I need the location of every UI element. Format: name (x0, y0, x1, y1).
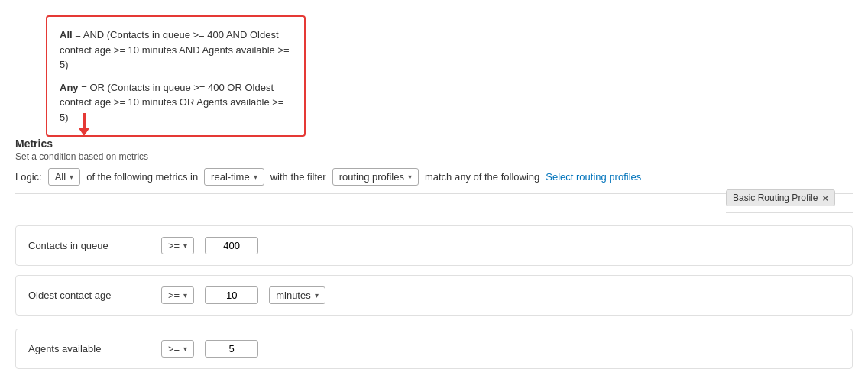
tooltip-line1: All = AND (Contacts in queue >= 400 AND … (60, 28, 292, 73)
routing-profiles-value: routing profiles (339, 171, 404, 183)
realtime-dropdown[interactable]: real-time ▾ (204, 168, 264, 186)
oldest-operator-value: >= (168, 290, 180, 301)
realtime-value: real-time (211, 171, 250, 183)
tooltip-line2: Any = OR (Contacts in queue >= 400 OR Ol… (60, 80, 292, 125)
tooltip-any-bold: Any (60, 82, 79, 93)
oldest-unit-arrow-icon: ▾ (315, 291, 319, 299)
red-arrow-indicator (79, 113, 89, 136)
tooltip-all-text: = AND (Contacts in queue >= 400 AND Olde… (60, 29, 290, 70)
metric-name-agents: Agents available (28, 343, 151, 354)
agents-operator-arrow-icon: ▾ (183, 345, 187, 353)
metric-row-oldest-contact-age: Oldest contact age >= ▾ minutes ▾ (15, 275, 853, 316)
agents-value-input[interactable] (205, 340, 258, 358)
oldest-operator-arrow-icon: ▾ (183, 291, 187, 299)
metrics-section: Metrics Set a condition based on metrics (15, 138, 148, 162)
contacts-operator-value: >= (168, 240, 180, 251)
contacts-value-input[interactable] (205, 237, 258, 254)
logic-label: Logic: (15, 171, 42, 183)
metric-name-oldest: Oldest contact age (28, 290, 151, 301)
of-the-following-text: of the following metrics in (86, 171, 198, 183)
routing-profiles-dropdown-arrow-icon: ▾ (408, 173, 412, 181)
arrow-head (79, 128, 89, 136)
oldest-value-input[interactable] (205, 286, 258, 304)
profile-tag-close-button[interactable]: × (822, 193, 828, 203)
tooltip-any-text: = OR (Contacts in queue >= 400 OR Oldest… (60, 82, 283, 123)
metrics-title: Metrics (15, 138, 148, 150)
contacts-operator-arrow-icon: ▾ (183, 241, 187, 250)
agents-operator-dropdown[interactable]: >= ▾ (161, 340, 194, 358)
oldest-unit-value: minutes (276, 290, 311, 301)
metric-row-contacts-in-queue: Contacts in queue >= ▾ (15, 225, 853, 266)
main-container: All = AND (Contacts in queue >= 400 AND … (0, 0, 868, 382)
logic-value: All (55, 171, 66, 183)
with-the-filter-text: with the filter (270, 171, 326, 183)
tooltip-all-bold: All (60, 29, 73, 40)
realtime-dropdown-arrow-icon: ▾ (254, 173, 257, 181)
select-routing-profiles-text[interactable]: Select routing profiles (546, 171, 641, 183)
metrics-subtitle: Set a condition based on metrics (15, 151, 148, 162)
oldest-unit-dropdown[interactable]: minutes ▾ (269, 286, 326, 304)
logic-dropdown-arrow-icon: ▾ (70, 173, 73, 181)
routing-profiles-area: Basic Routing Profile × (726, 189, 853, 213)
contacts-operator-dropdown[interactable]: >= ▾ (161, 237, 194, 254)
logic-dropdown[interactable]: All ▾ (48, 168, 80, 186)
arrow-line (83, 113, 86, 128)
basic-routing-profile-tag: Basic Routing Profile × (726, 189, 835, 206)
agents-operator-value: >= (168, 343, 180, 354)
profile-tag-label: Basic Routing Profile (733, 193, 818, 203)
oldest-operator-dropdown[interactable]: >= ▾ (161, 286, 194, 304)
routing-profiles-dropdown[interactable]: routing profiles ▾ (332, 168, 419, 186)
metric-name-contacts: Contacts in queue (28, 240, 151, 251)
match-any-text: match any of the following (425, 171, 539, 183)
metric-row-agents-available: Agents available >= ▾ (15, 329, 853, 369)
